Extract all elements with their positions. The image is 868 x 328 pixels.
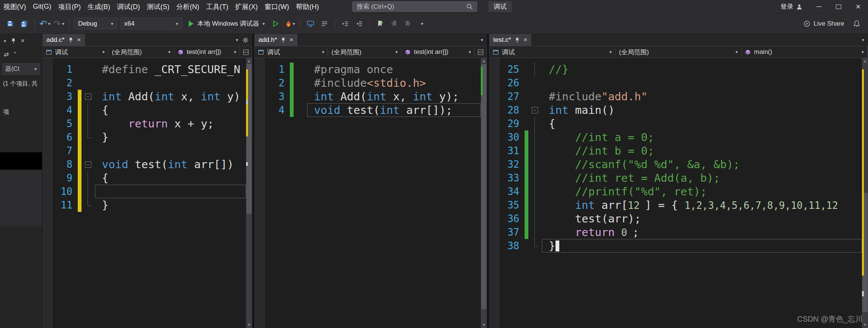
tab-add-h[interactable]: add.h* × xyxy=(254,34,297,46)
close-tab-icon[interactable]: × xyxy=(289,36,293,44)
document-list-chevron-icon[interactable]: ▾ xyxy=(862,37,864,43)
platform-dropdown[interactable]: x64 ▾ xyxy=(120,18,182,29)
hot-reload-button[interactable]: ▾ xyxy=(284,17,295,31)
diagnostics-button[interactable] xyxy=(305,17,316,31)
collapse-toggle-icon[interactable]: - xyxy=(528,103,541,117)
minimize-button[interactable]: ─ xyxy=(809,0,829,14)
menu-build[interactable]: 生成(B) xyxy=(84,0,114,13)
scope-dropdown[interactable]: (全局范围) ▾ xyxy=(616,46,742,58)
code-line[interactable]: 31 //int b = 0; xyxy=(489,144,868,158)
vertical-scrollbar[interactable]: ▲ ▼ xyxy=(481,58,487,328)
code-line[interactable]: 38} xyxy=(489,239,868,253)
pin-icon[interactable] xyxy=(11,38,16,44)
pin-icon[interactable] xyxy=(515,37,520,43)
configuration-dropdown[interactable]: Debug ▾ xyxy=(74,18,117,29)
project-dropdown[interactable]: 调试 ▾ xyxy=(43,46,108,58)
document-list-chevron-icon[interactable]: ▾ xyxy=(236,37,238,43)
live-share-button[interactable]: Live Share xyxy=(803,20,847,28)
code-line[interactable]: 5 return x + y; xyxy=(42,117,252,130)
code-line[interactable]: 3-int Add(int x, int y) xyxy=(42,90,252,103)
menu-tools[interactable]: 工具(T) xyxy=(203,0,232,13)
code-line[interactable]: 8-void test(int arr[]) xyxy=(42,158,252,171)
scroll-down-icon[interactable]: ▼ xyxy=(246,322,252,328)
swap-arrows-icon[interactable]: ⇄ xyxy=(4,51,9,58)
close-window-button[interactable]: × xyxy=(848,0,868,14)
chevron-down-icon[interactable]: ▾ xyxy=(4,38,6,44)
hot-reload-dropdown-chevron[interactable]: ▾ xyxy=(292,21,295,26)
solution-filter-input[interactable]: 器(Ct ▾ xyxy=(2,63,40,75)
code-line[interactable]: 27#include"add.h" xyxy=(489,90,868,103)
collapse-toggle-icon[interactable]: - xyxy=(82,90,94,103)
menu-analyze[interactable]: 分析(N) xyxy=(173,0,203,13)
outdent-button[interactable] xyxy=(354,17,365,31)
save-all-button[interactable] xyxy=(18,17,30,31)
code-line[interactable]: 1#define _CRT_SECURE_N xyxy=(42,63,252,76)
code-editor-test-c[interactable]: 25//}2627#include"add.h"28-int main()29{… xyxy=(489,58,868,328)
project-dropdown[interactable]: 调试 ▾ xyxy=(255,46,328,58)
maximize-button[interactable] xyxy=(829,0,848,14)
toolbar-overflow-button[interactable]: ▾ xyxy=(416,17,428,31)
pin-icon[interactable] xyxy=(281,37,286,43)
menu-window[interactable]: 窗口(W) xyxy=(261,0,292,13)
code-line[interactable]: 26 xyxy=(489,76,868,90)
code-line[interactable]: 2 xyxy=(42,76,252,90)
menu-git[interactable]: Git(G) xyxy=(29,0,55,13)
code-editor-add-c[interactable]: 1#define _CRT_SECURE_N23-int Add(int x, … xyxy=(42,58,252,328)
code-editor-add-h[interactable]: 1#pragma once2#include<stdio.h>3int Add(… xyxy=(254,58,487,328)
project-dropdown[interactable]: 调试 ▾ xyxy=(489,46,616,58)
code-line[interactable]: 30 //int a = 0; xyxy=(489,130,868,144)
scroll-up-icon[interactable]: ▲ xyxy=(481,58,487,64)
member-dropdown[interactable]: test(int arr[]) ▾ xyxy=(402,46,475,58)
code-line[interactable]: 28-int main() xyxy=(489,103,868,117)
next-bookmark-button[interactable] xyxy=(402,17,414,31)
menu-debug[interactable]: 调试(D) xyxy=(114,0,143,13)
start-without-debugging-button[interactable] xyxy=(270,17,282,31)
scope-dropdown[interactable]: (全局范围) ▾ xyxy=(108,46,174,58)
code-line[interactable]: 9{ xyxy=(42,171,252,185)
code-line[interactable]: 35 int arr[12] = { 1,2,3,4,5,6,7,8,9,10,… xyxy=(489,198,868,212)
menu-help[interactable]: 帮助(H) xyxy=(292,0,322,13)
scope-dropdown[interactable]: (全局范围) ▾ xyxy=(328,46,401,58)
menu-test[interactable]: 测试(S) xyxy=(143,0,173,13)
settings-gear-icon[interactable] xyxy=(243,37,248,43)
indent-button[interactable] xyxy=(340,17,351,31)
close-tab-icon[interactable]: × xyxy=(77,36,81,44)
tab-add-c[interactable]: add.c* × xyxy=(42,34,85,46)
vertical-scrollbar[interactable]: ▲ ▼ xyxy=(246,58,252,328)
undo-button[interactable]: ↶ ▾ xyxy=(39,17,51,31)
code-line[interactable]: 4{ xyxy=(42,103,252,117)
code-line[interactable]: 34 //printf("%d", ret); xyxy=(489,185,868,198)
code-line[interactable]: 25//} xyxy=(489,63,868,76)
close-icon[interactable]: × xyxy=(21,37,25,45)
scroll-down-icon[interactable]: ▼ xyxy=(862,322,868,328)
member-dropdown[interactable]: test(int arr[]) ▾ xyxy=(174,46,240,58)
redo-button[interactable]: ↷ ▾ xyxy=(53,17,65,31)
code-line[interactable]: 10 xyxy=(42,185,252,198)
code-line[interactable]: 36 test(arr); xyxy=(489,212,868,225)
code-line[interactable]: 2#include<stdio.h> xyxy=(254,76,487,90)
code-line[interactable]: 7 xyxy=(42,144,252,158)
toggle-bookmark-button[interactable] xyxy=(374,17,386,31)
watch-list-button[interactable] xyxy=(319,17,330,31)
code-line[interactable]: 32 //scanf("%d %d", &a, &b); xyxy=(489,158,868,171)
split-window-button[interactable] xyxy=(240,46,252,58)
split-window-button[interactable] xyxy=(475,46,486,58)
tab-test-c[interactable]: test.c* × xyxy=(489,34,531,46)
menu-view[interactable]: 视图(V) xyxy=(0,0,29,13)
scroll-up-icon[interactable]: ▲ xyxy=(862,58,868,64)
scroll-up-icon[interactable]: ▲ xyxy=(246,58,252,64)
previous-bookmark-button[interactable] xyxy=(388,17,400,31)
scrollbar-thumb[interactable] xyxy=(481,64,486,309)
start-debugging-button[interactable]: 本地 Windows 调试器 ▾ xyxy=(185,17,268,31)
code-line[interactable]: 33 //int ret = Add(a, b); xyxy=(489,171,868,185)
code-line[interactable]: 37 return 0; xyxy=(489,225,868,239)
document-list-chevron-icon[interactable]: ▾ xyxy=(481,37,483,43)
code-line[interactable]: 6} xyxy=(42,130,252,144)
code-line[interactable]: 29{ xyxy=(489,117,868,130)
search-input[interactable]: 搜索 (Ctrl+Q) xyxy=(352,2,477,12)
save-button[interactable] xyxy=(5,17,16,31)
pin-icon[interactable] xyxy=(68,37,73,43)
scroll-down-icon[interactable]: ▼ xyxy=(481,322,487,328)
member-dropdown[interactable]: main() ▾ xyxy=(742,46,868,58)
feedback-button[interactable] xyxy=(850,20,863,27)
